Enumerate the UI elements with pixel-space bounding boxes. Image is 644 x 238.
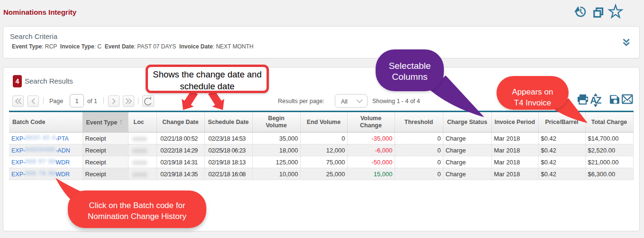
svg-text:Z: Z <box>596 95 602 105</box>
